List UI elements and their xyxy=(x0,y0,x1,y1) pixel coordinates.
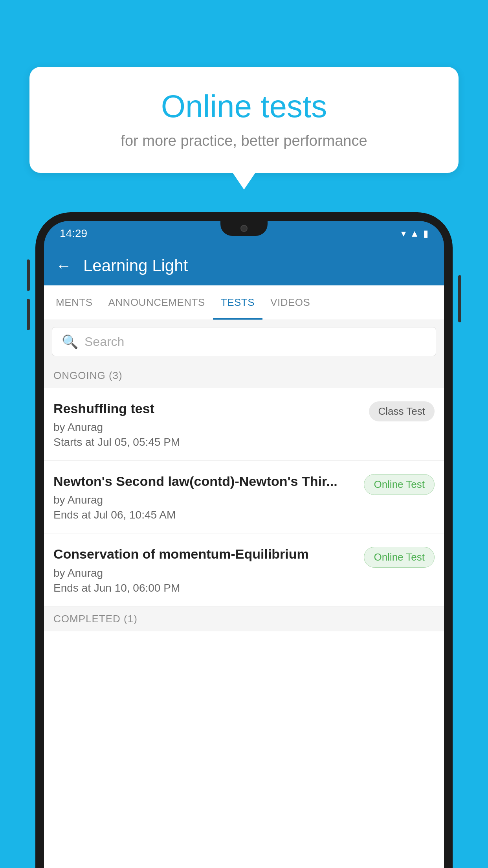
test-name: Reshuffling test xyxy=(53,400,361,417)
bubble-title: Online tests xyxy=(53,88,435,125)
clock: 14:29 xyxy=(60,227,87,240)
test-time: Starts at Jul 05, 05:45 PM xyxy=(53,436,361,449)
test-time: Ends at Jun 10, 06:00 PM xyxy=(53,582,356,594)
test-badge: Online Test xyxy=(364,547,435,568)
test-name: Newton's Second law(contd)-Newton's Thir… xyxy=(53,473,356,490)
search-input[interactable]: Search xyxy=(84,335,124,349)
test-item-info: Newton's Second law(contd)-Newton's Thir… xyxy=(53,473,364,521)
search-icon: 🔍 xyxy=(62,334,78,349)
test-author: by Anurag xyxy=(53,421,361,434)
test-item-info: Reshuffling test by Anurag Starts at Jul… xyxy=(53,400,369,449)
tab-videos[interactable]: VIDEOS xyxy=(262,285,318,320)
speech-bubble: Online tests for more practice, better p… xyxy=(29,67,459,173)
tab-ments[interactable]: MENTS xyxy=(48,285,101,320)
tab-tests[interactable]: TESTS xyxy=(213,285,262,320)
ongoing-label: ONGOING (3) xyxy=(53,370,123,381)
volume-up-button[interactable] xyxy=(27,259,30,291)
power-button[interactable] xyxy=(458,275,461,322)
battery-icon: ▮ xyxy=(423,228,428,239)
test-item-info: Conservation of momentum-Equilibrium by … xyxy=(53,545,364,594)
test-name: Conservation of momentum-Equilibrium xyxy=(53,545,356,563)
back-button[interactable]: ← xyxy=(56,257,72,275)
search-bar[interactable]: 🔍 Search xyxy=(52,327,436,356)
phone-frame: 14:29 ▾ ▲ ▮ ← Learning Light MENTS ANNOU… xyxy=(35,212,453,868)
test-badge: Class Test xyxy=(369,401,435,421)
ongoing-section-header: ONGOING (3) xyxy=(44,363,444,388)
signal-icon: ▲ xyxy=(410,228,419,239)
phone-screen: ← Learning Light MENTS ANNOUNCEMENTS TES… xyxy=(44,246,444,868)
completed-label: COMPLETED (1) xyxy=(53,613,138,625)
front-camera xyxy=(240,225,248,232)
test-badge: Online Test xyxy=(364,474,435,495)
bubble-subtitle: for more practice, better performance xyxy=(53,132,435,149)
tab-announcements[interactable]: ANNOUNCEMENTS xyxy=(101,285,213,320)
notch xyxy=(220,221,268,236)
test-item[interactable]: Reshuffling test by Anurag Starts at Jul… xyxy=(44,388,444,461)
app-header: ← Learning Light xyxy=(44,246,444,285)
tabs-bar: MENTS ANNOUNCEMENTS TESTS VIDEOS xyxy=(44,285,444,320)
test-time: Ends at Jul 06, 10:45 AM xyxy=(53,509,356,521)
search-container: 🔍 Search xyxy=(44,320,444,363)
volume-down-button[interactable] xyxy=(27,299,30,330)
app-title: Learning Light xyxy=(83,256,188,275)
test-author: by Anurag xyxy=(53,494,356,506)
wifi-icon: ▾ xyxy=(401,228,406,239)
test-item[interactable]: Conservation of momentum-Equilibrium by … xyxy=(44,533,444,606)
completed-section-header: COMPLETED (1) xyxy=(44,607,444,631)
test-author: by Anurag xyxy=(53,567,356,579)
status-bar: 14:29 ▾ ▲ ▮ xyxy=(44,221,444,246)
status-icons: ▾ ▲ ▮ xyxy=(401,228,428,239)
test-item[interactable]: Newton's Second law(contd)-Newton's Thir… xyxy=(44,461,444,533)
